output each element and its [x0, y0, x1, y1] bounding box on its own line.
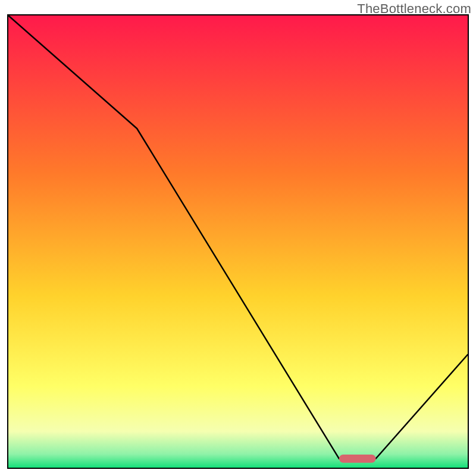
- gradient-background: [8, 15, 468, 468]
- chart-frame: TheBottleneck.com: [0, 0, 476, 476]
- optimum-marker: [339, 455, 376, 463]
- plot-area: [7, 14, 469, 469]
- plot-svg: [8, 15, 468, 468]
